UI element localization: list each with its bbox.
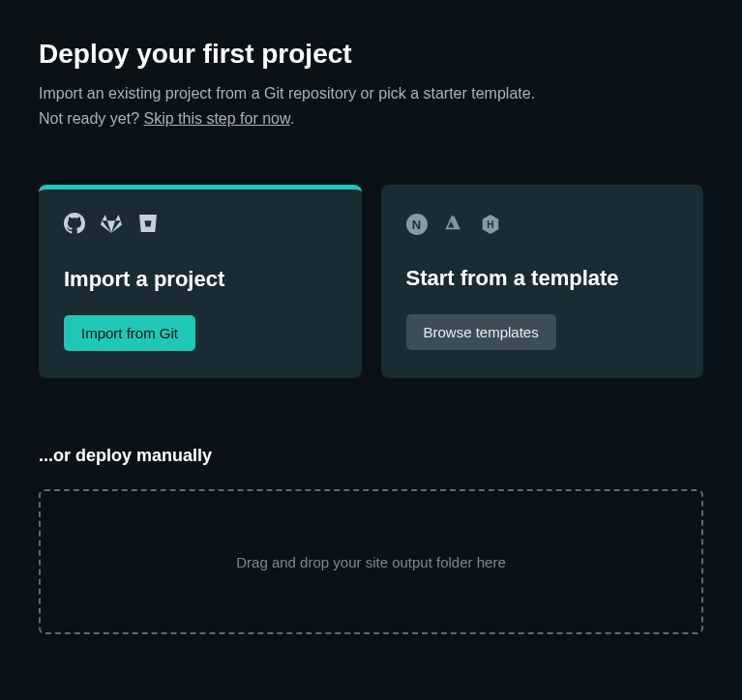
github-icon bbox=[64, 213, 85, 238]
template-card-title: Start from a template bbox=[406, 266, 679, 291]
import-from-git-button[interactable]: Import from Git bbox=[64, 315, 195, 351]
template-card: N H Start from a template Browse templat… bbox=[381, 185, 704, 378]
nextjs-icon: N bbox=[406, 214, 428, 235]
import-icon-row bbox=[64, 213, 337, 238]
gitlab-icon bbox=[101, 213, 122, 238]
manual-section: ...or deploy manually Drag and drop your… bbox=[39, 446, 703, 634]
import-card-title: Import a project bbox=[64, 267, 337, 292]
hugo-icon: H bbox=[480, 214, 501, 235]
bitbucket-icon bbox=[137, 213, 159, 238]
browse-templates-button[interactable]: Browse templates bbox=[406, 314, 556, 350]
subtitle-line2-prefix: Not ready yet? bbox=[39, 110, 144, 127]
subtitle-line2-suffix: . bbox=[290, 110, 294, 127]
import-card: Import a project Import from Git bbox=[39, 185, 362, 378]
nuxt-icon bbox=[443, 212, 464, 237]
skip-link[interactable]: Skip this step for now bbox=[144, 110, 290, 127]
svg-text:H: H bbox=[487, 219, 493, 230]
subtitle: Import an existing project from a Git re… bbox=[39, 81, 703, 131]
subtitle-line1: Import an existing project from a Git re… bbox=[39, 85, 535, 102]
page-title: Deploy your first project bbox=[39, 39, 703, 70]
dropzone[interactable]: Drag and drop your site output folder he… bbox=[39, 489, 703, 634]
cards-row: Import a project Import from Git N H Sta… bbox=[39, 185, 703, 378]
manual-heading: ...or deploy manually bbox=[39, 446, 703, 466]
dropzone-text: Drag and drop your site output folder he… bbox=[236, 554, 506, 570]
template-icon-row: N H bbox=[406, 212, 679, 237]
